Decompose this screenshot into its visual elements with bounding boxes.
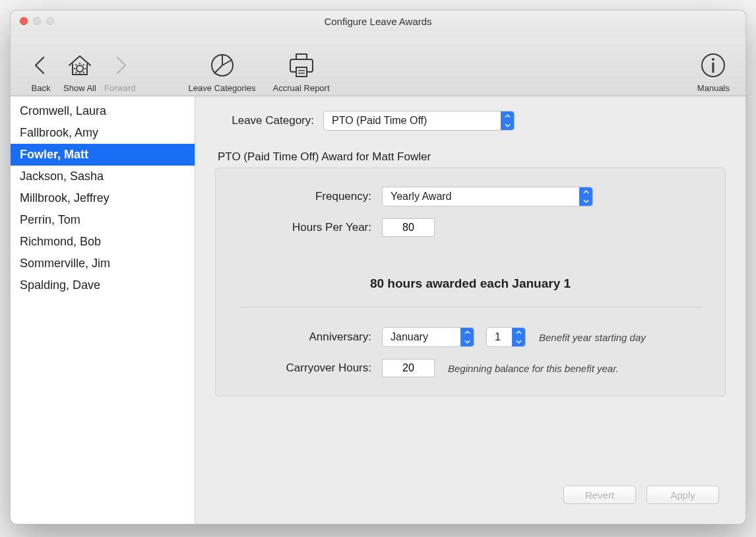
- forward-button: Forward: [100, 49, 140, 93]
- svg-line-5: [75, 65, 77, 66]
- sidebar-item[interactable]: Cromwell, Laura: [11, 100, 195, 122]
- accrual-report-button[interactable]: Accrual Report: [265, 49, 338, 93]
- carryover-label: Carryover Hours:: [239, 362, 371, 375]
- svg-point-0: [77, 65, 83, 72]
- apply-button[interactable]: Apply: [646, 486, 719, 504]
- back-button[interactable]: Back: [22, 49, 59, 93]
- sidebar-item[interactable]: Sommerville, Jim: [11, 253, 195, 274]
- hours-per-year-input[interactable]: [382, 218, 435, 237]
- svg-point-15: [712, 58, 714, 61]
- panel-title: PTO (Paid Time Off) Award for Matt Fowle…: [218, 150, 726, 164]
- anniversary-hint: Benefit year starting day: [539, 332, 646, 343]
- sidebar-item[interactable]: Spalding, Dave: [11, 274, 195, 296]
- leave-categories-button[interactable]: Leave Categories: [179, 49, 265, 93]
- info-icon: [699, 49, 727, 82]
- close-icon[interactable]: [20, 17, 28, 25]
- carryover-input[interactable]: [382, 359, 435, 377]
- carryover-hint: Beginning balance for this benefit year.: [448, 363, 619, 374]
- sidebar-item[interactable]: Fallbrook, Amy: [11, 122, 195, 144]
- manuals-button[interactable]: Manuals: [693, 49, 734, 93]
- content: Cromwell, Laura Fallbrook, Amy Fowler, M…: [11, 96, 745, 524]
- leave-category-select[interactable]: PTO (Paid Time Off): [323, 111, 515, 131]
- leave-category-label: Leave Category:: [215, 114, 314, 127]
- sidebar-item[interactable]: Millbrook, Jeffrey: [11, 187, 195, 209]
- svg-line-7: [83, 65, 84, 66]
- employee-list[interactable]: Cromwell, Laura Fallbrook, Amy Fowler, M…: [11, 96, 195, 524]
- chevron-up-down-icon: [460, 328, 474, 346]
- chevron-up-down-icon: [512, 328, 525, 346]
- sidebar-item[interactable]: Perrin, Tom: [11, 209, 195, 231]
- sidebar-item[interactable]: Richmond, Bob: [11, 231, 195, 253]
- back-icon: [32, 49, 50, 82]
- svg-rect-11: [296, 67, 307, 77]
- chevron-up-down-icon: [501, 111, 514, 130]
- footer: Revert Apply: [215, 478, 726, 509]
- hours-per-year-label: Hours Per Year:: [239, 221, 371, 234]
- award-panel: Frequency: Yearly Award Hours Per Year: …: [215, 168, 726, 396]
- main-panel: Leave Category: PTO (Paid Time Off) PTO …: [195, 96, 745, 524]
- window: Configure Leave Awards Back: [10, 10, 746, 524]
- forward-icon: [111, 49, 129, 82]
- anniversary-label: Anniversary:: [239, 331, 371, 344]
- sidebar-item[interactable]: Jackson, Sasha: [11, 166, 195, 187]
- printer-icon: [287, 49, 316, 82]
- sidebar-item-selected[interactable]: Fowler, Matt: [11, 144, 195, 166]
- svg-line-8: [75, 72, 77, 73]
- anniversary-month-select[interactable]: January: [382, 327, 474, 347]
- window-controls: [11, 17, 54, 25]
- pie-chart-icon: [208, 49, 236, 82]
- toolbar: Back Show All: [11, 32, 745, 96]
- revert-button[interactable]: Revert: [563, 486, 636, 504]
- frequency-select[interactable]: Yearly Award: [382, 187, 593, 206]
- show-all-button[interactable]: Show All: [59, 49, 100, 93]
- svg-rect-10: [296, 54, 307, 59]
- award-summary: 80 hours awarded each January 1: [239, 276, 701, 291]
- chevron-up-down-icon: [579, 187, 592, 206]
- titlebar: Configure Leave Awards: [11, 11, 745, 32]
- anniversary-day-select[interactable]: 1: [486, 327, 526, 347]
- window-title: Configure Leave Awards: [11, 16, 745, 27]
- svg-line-6: [83, 72, 84, 73]
- frequency-label: Frequency:: [239, 190, 371, 203]
- minimize-icon[interactable]: [33, 17, 41, 25]
- house-gear-icon: [65, 49, 94, 82]
- maximize-icon[interactable]: [46, 17, 54, 25]
- divider: [239, 307, 701, 307]
